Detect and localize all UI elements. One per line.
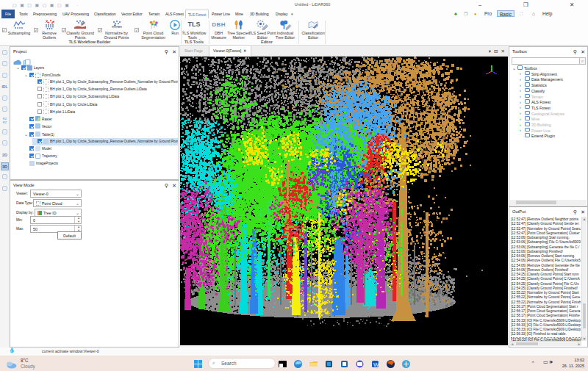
svg-text:W: W [373, 361, 379, 368]
